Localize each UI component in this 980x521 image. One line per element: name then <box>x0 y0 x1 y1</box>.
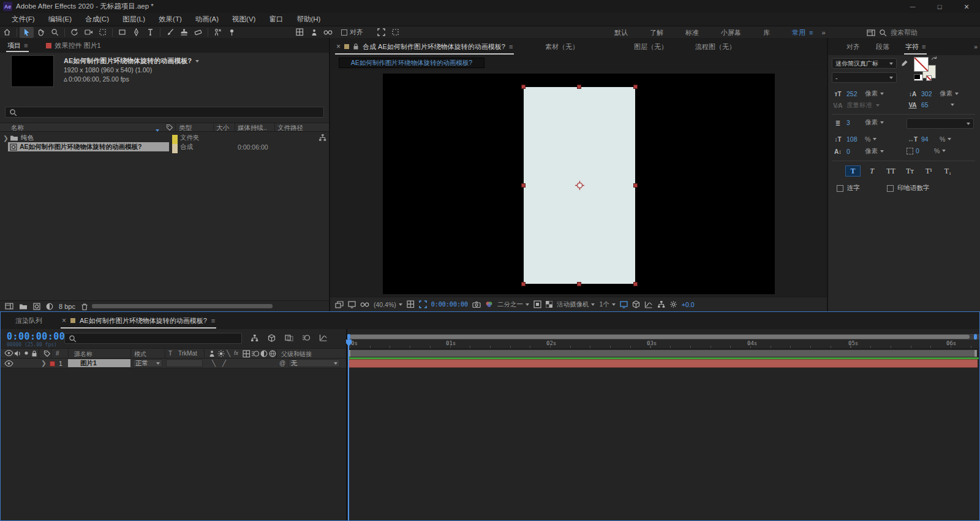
expand-layer-icon[interactable]: ❯ <box>41 359 47 367</box>
column-file-path[interactable]: 文件路径 <box>277 124 303 132</box>
ligatures-checkbox[interactable] <box>837 185 843 192</box>
layer-parent-dropdown[interactable]: 无 <box>288 359 340 367</box>
small-caps-button[interactable]: Tᴛ <box>902 165 918 177</box>
motion-blur-switch-icon[interactable] <box>251 350 260 357</box>
tab-effect-controls[interactable]: 效果控件 图片1 <box>42 38 104 53</box>
panel-menu-icon[interactable] <box>211 317 215 324</box>
pixel-aspect-icon[interactable] <box>620 301 628 308</box>
tab-layer[interactable]: 图层（无） <box>630 38 671 55</box>
adjustment-switch-icon[interactable] <box>260 350 268 357</box>
tab-timeline-comp[interactable]: AE如何制作图片环绕物体旋转的动画模板? <box>58 312 219 329</box>
subscript-button[interactable]: T₁ <box>940 165 956 177</box>
bit-depth-label[interactable]: 8 bpc <box>59 303 75 310</box>
time-ruler[interactable]: 0s 01s 02s 03s 04s 05s 06s <box>347 340 979 349</box>
layer-trkmat-cell[interactable] <box>166 359 203 367</box>
camera-tool-icon[interactable] <box>81 27 96 38</box>
layer-visibility-icon[interactable] <box>4 360 13 367</box>
faux-bold-button[interactable]: T <box>845 165 861 177</box>
navigator-thumb[interactable] <box>350 335 970 339</box>
collapse-switch-icon[interactable] <box>217 350 225 357</box>
draft-3d-icon[interactable] <box>268 334 276 342</box>
menu-composition[interactable]: 合成(C) <box>78 15 116 24</box>
stroke-style-dropdown[interactable] <box>907 118 974 129</box>
default-colors-icon[interactable] <box>914 74 923 81</box>
quality-switch-icon[interactable]: ╲ <box>227 350 230 357</box>
camera-dropdown[interactable]: 活动摄像机 <box>557 300 595 309</box>
help-search[interactable]: 搜索帮助 <box>867 28 976 37</box>
horizontal-scrollbar[interactable] <box>92 304 273 308</box>
layer-mode-dropdown[interactable]: 正常 <box>133 359 162 367</box>
graph-editor-icon[interactable] <box>319 334 328 341</box>
rotate-tool-icon[interactable] <box>67 27 81 38</box>
tab-project[interactable]: 项目 <box>4 38 31 53</box>
resize-handle[interactable] <box>577 282 581 286</box>
panel-menu-icon[interactable] <box>24 42 28 49</box>
type-tool-icon[interactable] <box>143 27 157 38</box>
layer-color-chip[interactable] <box>50 361 55 367</box>
primary-viewer-icon[interactable] <box>348 301 356 308</box>
menu-animation[interactable]: 动画(A) <box>189 15 225 24</box>
pen-tool-icon[interactable] <box>129 27 143 38</box>
hindi-digits-option[interactable]: 印地语数字 <box>887 184 930 192</box>
label-column-icon[interactable] <box>43 350 51 357</box>
menu-window[interactable]: 窗口 <box>262 15 290 24</box>
3d-switch-icon[interactable] <box>269 350 276 357</box>
interpret-footage-icon[interactable] <box>5 303 13 310</box>
more-panels-icon[interactable] <box>974 43 978 50</box>
viewer-timecode[interactable]: 0:00:00:00 <box>431 301 468 308</box>
table-row-solids[interactable]: ❯ 纯色 文件夹 <box>0 133 329 142</box>
menu-help[interactable]: 帮助(H) <box>290 15 327 24</box>
close-tab-icon[interactable] <box>62 316 66 325</box>
composition-viewer[interactable] <box>330 70 827 297</box>
composition-canvas[interactable] <box>383 74 775 294</box>
audio-column-icon[interactable] <box>14 350 21 357</box>
breadcrumb[interactable]: AE如何制作图片环绕物体旋转的动画模板? <box>339 58 484 68</box>
shy-switch-icon[interactable] <box>209 350 215 357</box>
fast-preview-icon[interactable] <box>632 300 640 308</box>
menu-layer[interactable]: 图层(L) <box>116 15 152 24</box>
label-color-chip[interactable] <box>172 144 178 153</box>
font-size-control[interactable]: тT 252 像素 <box>832 89 884 98</box>
video-column-icon[interactable] <box>4 350 13 356</box>
timeline-search-input[interactable] <box>64 333 242 344</box>
zoom-tool-icon[interactable] <box>48 27 62 38</box>
horizontal-scale-control[interactable]: ↔T 94 % <box>907 135 951 143</box>
current-time-display[interactable]: 0:00:00:00 00000 (25.00 fps) <box>7 331 65 348</box>
lock-column-icon[interactable] <box>31 350 37 357</box>
faux-italic-button[interactable]: T <box>864 165 880 177</box>
workspace-default[interactable]: 默认 <box>603 28 639 37</box>
tab-character[interactable]: 字符 <box>902 38 929 55</box>
project-settings-icon[interactable] <box>46 303 53 310</box>
hand-tool-icon[interactable] <box>34 27 48 38</box>
trkmat-column[interactable]: TrkMat <box>178 350 197 357</box>
layer-duration-bar[interactable] <box>348 359 978 368</box>
reset-exposure-icon[interactable] <box>669 300 677 308</box>
baseline-shift-control[interactable]: A↕ 0 像素 <box>832 147 884 156</box>
vertical-scale-control[interactable]: ↕T 108 % <box>832 135 876 143</box>
shape-tool-icon[interactable] <box>115 27 129 38</box>
tab-render-queue[interactable]: 渲染队列 <box>12 312 46 329</box>
selected-layer-rect[interactable] <box>524 87 635 284</box>
motion-path-icon[interactable] <box>374 27 388 38</box>
work-area-bar[interactable] <box>348 350 977 357</box>
expand-icon[interactable] <box>388 27 402 38</box>
column-type[interactable]: 类型 <box>179 124 192 132</box>
tracking-control[interactable]: VA 65 <box>907 101 954 108</box>
composition-flowchart-icon[interactable] <box>251 334 258 342</box>
swap-colors-icon[interactable] <box>931 56 937 62</box>
transparency-grid-icon[interactable] <box>546 301 552 308</box>
stroke-width-control[interactable]: ≣ 3 像素 <box>832 118 884 127</box>
column-name[interactable]: 名称 <box>11 124 24 132</box>
menu-view[interactable]: 视图(V) <box>225 15 262 24</box>
resize-handle[interactable] <box>633 282 638 286</box>
workspace-standard[interactable]: 标准 <box>674 28 710 37</box>
layer-quality-icon[interactable]: ╲ <box>212 360 216 367</box>
resize-handle[interactable] <box>577 85 581 89</box>
leading-control[interactable]: ↕A 302 像素 <box>907 89 959 98</box>
project-search-input[interactable] <box>5 107 324 118</box>
frame-blending-icon[interactable] <box>285 334 293 341</box>
effects-switch-icon[interactable]: fx <box>234 350 238 356</box>
resolution-dropdown[interactable]: 二分之一 <box>497 300 529 309</box>
close-button[interactable] <box>953 0 980 13</box>
new-composition-icon[interactable] <box>33 303 40 310</box>
